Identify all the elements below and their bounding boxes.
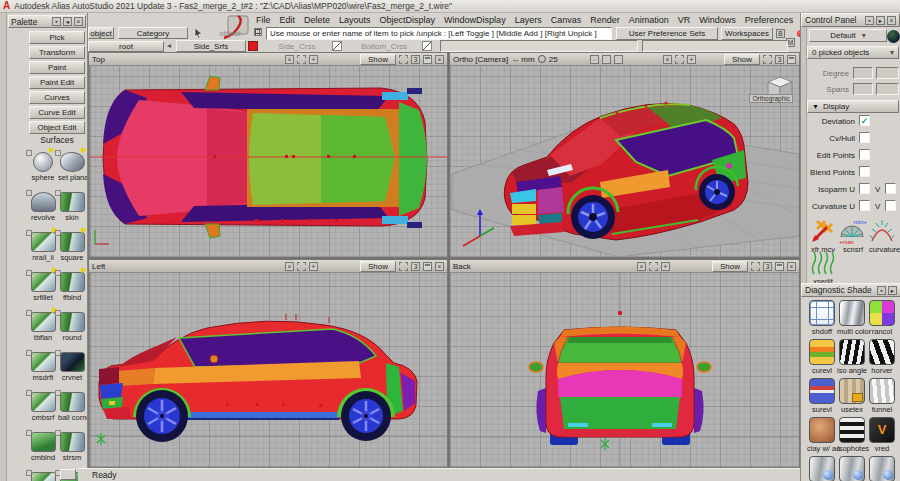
- perspective-canvas[interactable]: [450, 66, 799, 257]
- menu-layers[interactable]: Layers: [515, 15, 542, 25]
- picked-objects-header[interactable]: 0 picked objects▾: [807, 46, 899, 59]
- shade-tool-partial[interactable]: [867, 456, 897, 481]
- menu-render[interactable]: Render: [590, 15, 620, 25]
- curvature-tool[interactable]: curvature: [869, 219, 899, 254]
- window-restore-icon[interactable]: [423, 262, 432, 271]
- menu-preferences[interactable]: Preferences: [745, 15, 794, 25]
- palette-tool-skin[interactable]: skin: [58, 192, 86, 230]
- palette-tool-square[interactable]: square: [58, 232, 86, 270]
- pan-icon[interactable]: +: [309, 262, 318, 271]
- object-name-field[interactable]: object: [208, 27, 252, 39]
- window-close-icon[interactable]: ×: [435, 55, 444, 64]
- layer-tab-bottom-crss[interactable]: Bottom_Crss: [348, 40, 420, 52]
- palette-tab-paint-edit[interactable]: Paint Edit: [29, 76, 85, 89]
- palette-tab-paint[interactable]: Paint: [29, 61, 85, 74]
- viewport-top[interactable]: Top × + Show 3 ×: [88, 52, 448, 258]
- camera-icon[interactable]: ◦: [590, 55, 599, 64]
- degree-field-u[interactable]: [853, 67, 873, 79]
- palette-tab-curves[interactable]: Curves: [29, 91, 85, 104]
- xfrmcv-tool[interactable]: xfr mcv: [809, 219, 837, 254]
- layer-visibility-button[interactable]: 3: [411, 55, 420, 64]
- status-page-icon[interactable]: [60, 469, 76, 480]
- preset-dropdown[interactable]: Default▾: [809, 29, 887, 42]
- prompt-line-input[interactable]: Use mouse or enter name of item to pick …: [266, 27, 612, 40]
- layer-slot-empty[interactable]: [642, 40, 788, 52]
- look-at-icon[interactable]: [675, 55, 684, 64]
- pan-icon[interactable]: +: [661, 262, 670, 271]
- menu-animation[interactable]: Animation: [629, 15, 669, 25]
- zoom-window-icon[interactable]: ×: [285, 262, 294, 271]
- menu-windows[interactable]: Windows: [699, 15, 736, 25]
- menu-edit[interactable]: Edit: [280, 15, 296, 25]
- palette-tool-partial[interactable]: [29, 472, 57, 481]
- viewport-top-header[interactable]: Top × + Show 3 ×: [89, 53, 447, 66]
- display-section-header[interactable]: ▼ Display: [807, 100, 899, 113]
- section-collapse-icon[interactable]: ▼: [812, 103, 819, 110]
- curvature-u-checkbox[interactable]: [859, 200, 870, 211]
- zoom-window-icon[interactable]: ×: [663, 55, 672, 64]
- palette-close-icon[interactable]: ×: [74, 17, 83, 26]
- palette-tool-tbflan[interactable]: tbflan: [29, 312, 57, 350]
- pan-icon[interactable]: +: [309, 55, 318, 64]
- user-preference-sets-button[interactable]: User Preference Sets: [616, 27, 718, 40]
- shade-tool-rancol[interactable]: rancol: [867, 300, 897, 336]
- view-cube-label[interactable]: Orthographic: [749, 94, 793, 103]
- menu-layouts[interactable]: Layouts: [339, 15, 371, 25]
- look-at-icon[interactable]: [649, 262, 658, 271]
- show-menu-button[interactable]: Show: [360, 261, 396, 272]
- grid-toggle-icon[interactable]: [614, 55, 623, 64]
- shade-tool-isophotes[interactable]: isophotes: [837, 417, 867, 453]
- shade-tool-usetex[interactable]: usetex: [837, 378, 867, 414]
- layer-slot-empty[interactable]: [440, 40, 638, 52]
- window-restore-icon[interactable]: [775, 262, 784, 271]
- palette-collapse-icon[interactable]: ◂: [63, 17, 72, 26]
- spans-field-v[interactable]: [876, 83, 899, 95]
- shade-toggle-icon[interactable]: [751, 262, 760, 271]
- blend-points-checkbox[interactable]: [859, 166, 870, 177]
- menu-windowdisplay[interactable]: WindowDisplay: [444, 15, 506, 25]
- zoom-window-icon[interactable]: ×: [637, 262, 646, 271]
- palette-tool-msdrft[interactable]: msdrft: [29, 352, 57, 390]
- top-view-canvas[interactable]: [89, 66, 447, 257]
- bookmark-icon[interactable]: B: [776, 29, 785, 38]
- window-close-icon[interactable]: ×: [435, 262, 444, 271]
- layer-visibility-button[interactable]: 3: [775, 55, 784, 64]
- viewport-back-header[interactable]: Back × + Show 3 ×: [450, 260, 799, 273]
- back-view-canvas[interactable]: [450, 273, 799, 467]
- viewport-left[interactable]: Left × + Show 3 ×: [88, 259, 448, 468]
- shade-toggle-icon[interactable]: [399, 262, 408, 271]
- layer-visibility-button[interactable]: 3: [411, 262, 420, 271]
- show-menu-button[interactable]: Show: [712, 261, 748, 272]
- window-close-icon[interactable]: ×: [787, 262, 796, 271]
- edit-points-checkbox[interactable]: [859, 149, 870, 160]
- zoom-window-icon[interactable]: ×: [285, 55, 294, 64]
- isoparm-u-checkbox[interactable]: [859, 183, 870, 194]
- scnsrf-tool[interactable]: min+ +max scnsrf: [839, 219, 867, 254]
- palette-tab-pick[interactable]: Pick: [29, 31, 85, 44]
- look-at-icon[interactable]: [297, 55, 306, 64]
- menu-objectdisplay[interactable]: ObjectDisplay: [380, 15, 436, 25]
- shade-tool-partial[interactable]: [807, 456, 837, 481]
- diagnostic-shade-title-bar[interactable]: Diagnostic Shade ▪ ▸: [801, 283, 900, 297]
- pick-options-icon[interactable]: [254, 28, 262, 36]
- palette-tool-ball-corner[interactable]: ball corner: [58, 392, 86, 430]
- palette-title-bar[interactable]: Palette ▪ ◂ ×: [8, 15, 86, 28]
- palette-tab-transform[interactable]: Transform: [29, 46, 85, 59]
- palette-tool-round[interactable]: round: [58, 312, 86, 350]
- viewport-back[interactable]: Back × + Show 3 ×: [449, 259, 800, 468]
- panel-menu-icon[interactable]: ▪: [865, 16, 874, 25]
- shade-tool-funnel[interactable]: funnel: [867, 378, 897, 414]
- panel-expand-icon[interactable]: ▸: [888, 286, 897, 295]
- palette-tool-revolve[interactable]: revolve: [29, 192, 57, 230]
- panel-dock-strip[interactable]: [801, 27, 807, 287]
- panel-close-icon[interactable]: ×: [887, 16, 896, 25]
- layer-symmetry-icon[interactable]: [332, 41, 342, 51]
- menu-file[interactable]: File: [256, 15, 271, 25]
- perspective-toggle-icon[interactable]: [602, 55, 611, 64]
- palette-tool-cmbsrf[interactable]: cmbsrf: [29, 392, 57, 430]
- menu-delete[interactable]: Delete: [304, 15, 330, 25]
- spans-field-u[interactable]: [853, 83, 873, 95]
- isoparm-v-checkbox[interactable]: [885, 183, 896, 194]
- shade-tool-horver[interactable]: horver: [867, 339, 897, 375]
- menu-canvas[interactable]: Canvas: [551, 15, 582, 25]
